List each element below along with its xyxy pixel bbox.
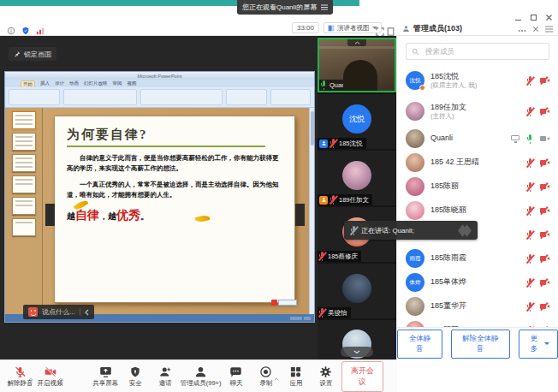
camera-off-icon[interactable] bbox=[540, 279, 549, 286]
slide-paragraph: 一个真正优秀的人，常常不是被迫选择，而是主动选择自律。因为他知道，唯有如此，才能… bbox=[67, 180, 282, 200]
mic-muted-icon[interactable] bbox=[527, 158, 533, 168]
ppt-tab[interactable]: 视图 bbox=[128, 80, 137, 86]
mic-muted-icon[interactable] bbox=[527, 76, 533, 86]
camera-off-icon[interactable] bbox=[540, 207, 549, 214]
slide-thumbnail[interactable] bbox=[12, 197, 36, 215]
say-something-label: 说点什么... bbox=[42, 307, 75, 317]
meeting-timer: 33:00 bbox=[292, 22, 319, 33]
avatar: 沈悦 bbox=[406, 71, 424, 90]
view-mode-dropdown[interactable]: 演讲者视图 bbox=[324, 22, 382, 33]
member-row[interactable]: 沈悦 185沈悦(联席主持人, 我) bbox=[406, 65, 549, 96]
camera-icon[interactable] bbox=[540, 135, 549, 142]
video-tile-speaker[interactable]: Quanli bbox=[318, 38, 396, 92]
scroll-down-videos-button[interactable] bbox=[341, 347, 373, 357]
video-tile[interactable]: 吴骏怡 bbox=[318, 264, 396, 318]
member-row[interactable]: 185陈丽 bbox=[406, 175, 549, 199]
member-row[interactable]: 体烨 185单体烨 bbox=[406, 270, 549, 294]
emoji-icon[interactable] bbox=[28, 307, 38, 317]
mute-all-button[interactable]: 全体静音 bbox=[397, 330, 442, 359]
panel-title: 管理成员(103) bbox=[413, 23, 462, 34]
close-panel-icon[interactable] bbox=[532, 21, 539, 36]
settings-button[interactable]: 设置 bbox=[311, 365, 341, 388]
share-screen-button[interactable]: 共享屏幕 bbox=[91, 365, 121, 388]
member-row[interactable]: 189任加文(主持人) bbox=[406, 96, 549, 127]
mic-muted-icon[interactable] bbox=[527, 182, 533, 192]
ppt-tab[interactable]: 幻灯片放映 bbox=[84, 80, 108, 86]
chevron-up-icon[interactable] bbox=[274, 369, 279, 384]
banner-menu-icon[interactable] bbox=[321, 4, 328, 10]
mic-muted-icon[interactable] bbox=[527, 254, 533, 264]
ppt-scrollbar[interactable] bbox=[309, 108, 314, 314]
video-tile[interactable]: 189任加文 bbox=[318, 151, 396, 205]
member-row[interactable]: Quanli bbox=[406, 127, 549, 151]
ppt-tab[interactable]: 审阅 bbox=[113, 80, 122, 86]
search-icon bbox=[412, 48, 419, 56]
camera-off-icon[interactable] bbox=[540, 77, 549, 84]
invite-button[interactable]: 邀请 bbox=[151, 365, 181, 388]
collapse-left-icon[interactable] bbox=[85, 309, 89, 316]
member-row[interactable]: 185董华芹 bbox=[406, 294, 549, 318]
bottom-toolbar: 解除静音 开启视频 共享屏幕 安全 邀请 管理成员(99+) 聊天 bbox=[0, 359, 397, 392]
camera-off-icon[interactable] bbox=[540, 108, 549, 115]
slide-thumbnail[interactable] bbox=[12, 154, 36, 172]
host-badge-icon bbox=[319, 196, 328, 205]
quick-chat-pill[interactable]: 说点什么... bbox=[23, 305, 94, 319]
mic-muted-icon[interactable] bbox=[527, 230, 533, 240]
mic-muted-icon bbox=[319, 308, 325, 318]
ppt-tab[interactable]: 开始 bbox=[21, 80, 35, 87]
mic-muted-icon[interactable] bbox=[527, 206, 533, 216]
unmute-all-button[interactable]: 解除全体静音 bbox=[451, 330, 510, 359]
avatar bbox=[342, 274, 371, 303]
slide-paragraph: 自律的意义于此而言，便是当你想要高薪轻松的工作，你有能力获得更高的学历，来实现这… bbox=[67, 153, 282, 174]
camera-off-icon[interactable] bbox=[540, 159, 549, 166]
leave-meeting-button[interactable]: 离开会议 bbox=[341, 361, 384, 392]
camera-off-icon[interactable] bbox=[540, 231, 549, 238]
pin-screen-button[interactable]: 锁定画面 bbox=[9, 47, 56, 61]
mic-muted-icon[interactable] bbox=[527, 107, 533, 116]
mic-muted-icon[interactable] bbox=[527, 278, 533, 288]
mic-muted-icon[interactable] bbox=[527, 302, 533, 312]
mic-on-icon[interactable] bbox=[527, 134, 533, 144]
security-button[interactable]: 安全 bbox=[121, 365, 151, 388]
ppt-ribbon-tabs[interactable]: 开始 插入 设计 动画 幻灯片放映 审阅 视图 bbox=[5, 80, 314, 87]
camera-off-icon[interactable] bbox=[540, 303, 549, 310]
video-tile[interactable]: 沈悦 185沈悦 bbox=[318, 94, 396, 149]
member-row[interactable]: 雨霞 185陈雨霞 bbox=[406, 246, 549, 270]
panel-menu-icon[interactable] bbox=[545, 21, 553, 36]
slide-thumbnail[interactable] bbox=[12, 111, 36, 129]
slide-deco-bar bbox=[295, 204, 305, 226]
slide-thumbnail[interactable] bbox=[12, 175, 36, 193]
member-row[interactable]: 185 42 王思晴 bbox=[406, 151, 549, 175]
ppt-tab[interactable]: 插入 bbox=[40, 80, 50, 86]
chevron-down-icon bbox=[544, 342, 549, 345]
ribbon-group bbox=[9, 89, 60, 105]
ppt-titlebar: Microsoft PowerPoint bbox=[5, 72, 314, 80]
slide-thumbnail-panel[interactable] bbox=[5, 108, 43, 314]
more-button[interactable]: 更多 bbox=[519, 330, 558, 359]
unmute-button[interactable]: 解除静音 bbox=[5, 365, 35, 388]
slide-thumbnail[interactable] bbox=[12, 133, 36, 151]
camera-off-icon[interactable] bbox=[540, 255, 549, 262]
slide-thumbnail[interactable] bbox=[12, 218, 36, 236]
member-row[interactable]: 185陈晓丽 bbox=[406, 199, 549, 223]
chevron-up-icon[interactable] bbox=[28, 369, 33, 384]
search-box[interactable] bbox=[406, 43, 549, 60]
mic-muted-icon bbox=[319, 252, 325, 261]
camera-off-icon[interactable] bbox=[540, 183, 549, 190]
chat-button[interactable]: 聊天 bbox=[221, 365, 251, 388]
more-options-icon[interactable] bbox=[518, 21, 526, 36]
apps-button[interactable]: 应用 bbox=[281, 365, 311, 388]
collapse-up-icon[interactable] bbox=[347, 39, 366, 46]
record-button[interactable]: 录制 bbox=[251, 365, 281, 388]
ppt-tab[interactable]: 设计 bbox=[55, 80, 64, 86]
start-video-button[interactable]: 开启视频 bbox=[35, 365, 65, 388]
watching-screen-banner[interactable]: 您正在观看Quanli的屏幕 bbox=[237, 0, 333, 15]
avatar bbox=[342, 161, 371, 190]
ppt-tab[interactable]: 动画 bbox=[69, 80, 79, 86]
chevron-up-icon[interactable] bbox=[58, 369, 63, 384]
participant-name: 185蔡修庆 bbox=[328, 252, 358, 261]
view-mode-label: 演讲者视图 bbox=[337, 24, 370, 33]
search-input[interactable] bbox=[424, 46, 543, 56]
manage-members-button[interactable]: 管理成员(99+) bbox=[181, 365, 222, 388]
members-panel: 沈悦 185沈悦(联席主持人, 我) 189任加文(主持人) Quanli bbox=[396, 36, 558, 359]
